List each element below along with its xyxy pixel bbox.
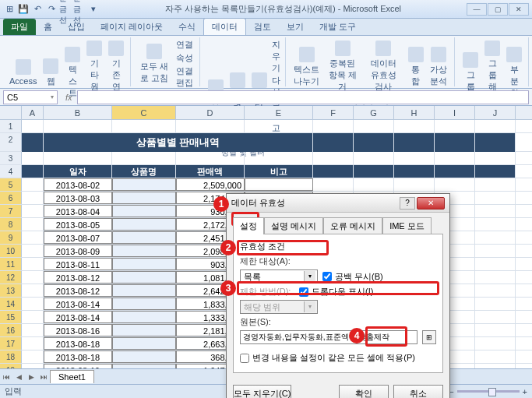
cell[interactable] (22, 245, 44, 257)
cell[interactable]: 2013-08-18 (44, 337, 112, 350)
row-header[interactable]: 14 (0, 298, 22, 310)
ribbon-btn-props[interactable]: 속성 (174, 52, 195, 64)
cell[interactable] (176, 152, 245, 164)
cell[interactable]: 비고 (245, 165, 313, 178)
dialog-help-button[interactable]: ? (400, 197, 415, 210)
cell[interactable] (475, 192, 516, 204)
row-header[interactable]: 4 (0, 165, 22, 178)
row-header[interactable]: 7 (0, 205, 22, 217)
zoom-slider[interactable] (457, 390, 520, 393)
cell[interactable] (435, 133, 475, 152)
cell[interactable]: 2013-08-11 (44, 258, 112, 270)
col-header[interactable]: J (475, 106, 516, 119)
dialog-tab-ime[interactable]: IME 모드 (382, 217, 432, 234)
cell[interactable] (313, 152, 354, 164)
source-input[interactable]: 경영자동화,업무자동화,표준엑셀,맞춤제작 (240, 330, 417, 344)
formula-input[interactable] (77, 90, 529, 104)
row-header[interactable]: 13 (0, 284, 22, 297)
col-header[interactable]: F (313, 106, 354, 119)
cell[interactable] (112, 311, 176, 323)
qat-item[interactable]: 눈금선 (73, 3, 86, 16)
maximize-button[interactable]: ▢ (488, 3, 508, 16)
cell[interactable] (394, 165, 435, 178)
cell[interactable] (22, 258, 44, 270)
cell[interactable]: 2013-08-03 (44, 192, 112, 204)
cell[interactable] (313, 133, 354, 152)
cell[interactable] (112, 284, 176, 297)
cell[interactable] (475, 152, 516, 164)
cell[interactable] (354, 133, 394, 152)
allow-combo[interactable]: 목록 (240, 269, 318, 284)
cell[interactable] (435, 178, 475, 191)
tab-dev[interactable]: 개발 도구 (312, 19, 364, 35)
tab-insert[interactable]: 삽입 (60, 19, 93, 35)
cell[interactable] (435, 152, 475, 164)
cell[interactable] (475, 245, 516, 257)
dialog-close-button[interactable]: ✕ (417, 197, 445, 210)
cell[interactable] (112, 324, 176, 336)
cell[interactable] (112, 298, 176, 310)
cell[interactable]: 판매액 (176, 165, 245, 178)
tab-nav-prev[interactable]: ◀ (12, 373, 25, 381)
save-icon[interactable]: 💾 (17, 3, 30, 16)
name-box[interactable]: C5 (3, 90, 58, 104)
cell[interactable] (435, 120, 475, 132)
cell[interactable] (112, 245, 176, 257)
cell[interactable] (313, 178, 354, 191)
redo-icon[interactable]: ↷ (45, 3, 58, 16)
cell[interactable] (354, 152, 394, 164)
row-header[interactable]: 12 (0, 271, 22, 284)
cell[interactable]: 2013-08-12 (44, 284, 112, 297)
ribbon-btn-web[interactable]: 웹 (41, 57, 60, 89)
tab-nav-first[interactable]: ⏮ (0, 373, 12, 381)
ribbon-btn-access[interactable]: Access (8, 58, 38, 87)
cell[interactable] (22, 192, 44, 204)
row-header[interactable]: 11 (0, 258, 22, 270)
tab-nav-last[interactable]: ⏭ (37, 373, 50, 381)
cell[interactable]: 2013-08-05 (44, 218, 112, 231)
cell[interactable] (22, 231, 44, 244)
cell[interactable] (112, 271, 176, 284)
row-header[interactable]: 3 (0, 152, 22, 164)
cell[interactable] (22, 298, 44, 310)
cell[interactable] (394, 120, 435, 132)
row-header[interactable]: 1 (0, 120, 22, 132)
ribbon-btn-editlinks[interactable]: 연결 편집 (174, 65, 195, 89)
cell[interactable] (22, 120, 44, 132)
cell[interactable] (475, 120, 516, 132)
cell[interactable] (354, 120, 394, 132)
select-all-corner[interactable] (0, 106, 22, 119)
col-header[interactable]: D (176, 106, 245, 119)
ribbon-btn-validation[interactable]: 데이터 유효성 검사 (364, 39, 403, 94)
ribbon-btn-connections[interactable]: 연결 (174, 39, 195, 51)
row-header[interactable]: 10 (0, 245, 22, 257)
cell[interactable]: 2013-08-14 (44, 311, 112, 323)
cell[interactable] (394, 152, 435, 164)
fx-icon[interactable]: fx (61, 93, 77, 102)
cell[interactable] (475, 258, 516, 270)
cell[interactable] (112, 192, 176, 204)
dialog-tab-input[interactable]: 설명 메시지 (264, 217, 323, 234)
cell[interactable] (22, 133, 44, 152)
dialog-tab-error[interactable]: 오류 메시지 (323, 217, 382, 234)
clear-all-button[interactable]: 모두 지우기(C) (233, 385, 291, 398)
col-header[interactable]: G (354, 106, 394, 119)
row-header[interactable]: 18 (0, 350, 22, 363)
tab-pagelayout[interactable]: 페이지 레이아웃 (93, 19, 171, 35)
cell[interactable] (354, 178, 394, 191)
cell[interactable] (22, 152, 44, 164)
dialog-tab-settings[interactable]: 설정 (233, 217, 264, 234)
tab-review[interactable]: 검토 (246, 19, 279, 35)
cell[interactable] (22, 165, 44, 178)
zoom-in-icon[interactable]: + (523, 387, 527, 396)
cell[interactable] (475, 218, 516, 231)
file-tab[interactable]: 파일 (3, 19, 36, 35)
cell[interactable] (394, 133, 435, 152)
cell[interactable] (22, 205, 44, 217)
close-button[interactable]: ✕ (509, 3, 529, 16)
minimize-button[interactable]: — (467, 3, 487, 16)
cell[interactable] (475, 324, 516, 336)
cell[interactable] (313, 165, 354, 178)
tab-nav-next[interactable]: ▶ (25, 373, 37, 381)
cell[interactable]: 2013-08-18 (44, 350, 112, 363)
